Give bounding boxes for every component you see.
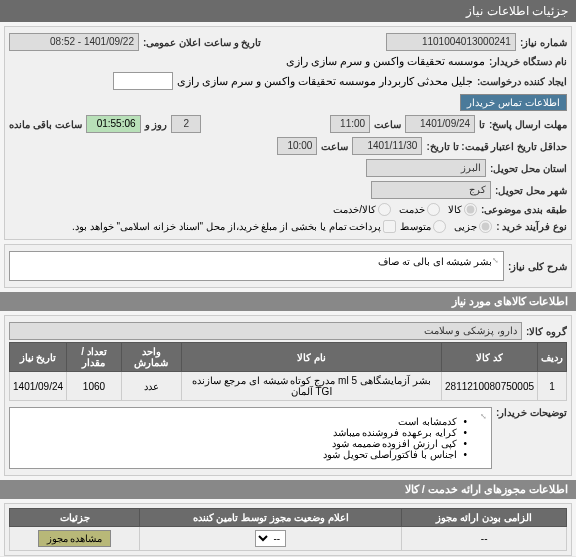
th-qty: تعداد / مقدار xyxy=(67,343,122,372)
lcell-details: مشاهده مجوز xyxy=(10,527,140,551)
th-idx: ردیف xyxy=(538,343,567,372)
category-radio-group: کالا خدمت کالا/خدمت xyxy=(333,203,477,216)
th-name: نام کالا xyxy=(181,343,441,372)
contact-buyer-button[interactable]: اطلاعات تماس خریدار xyxy=(460,94,567,111)
cell-unit: عدد xyxy=(121,372,181,401)
table-row: 1 2811210080750005 بشر آزمایشگاهی 5 ml م… xyxy=(10,372,567,401)
details-section: شماره نیاز: 1101004013000241 تاریخ و ساع… xyxy=(4,26,572,240)
goods-header: اطلاعات کالاهای مورد نیاز xyxy=(0,292,576,311)
credit-label: حداقل تاریخ اعتبار قیمت: تا تاریخ: xyxy=(426,141,567,152)
goods-group-label: گروه کالا: xyxy=(526,326,567,337)
goods-section: گروه کالا: دارو، پزشکی و سلامت ردیف کد ک… xyxy=(4,315,572,476)
days-label: روز و xyxy=(145,119,168,130)
requester-value: جلیل محدثی کاربردار موسسه تحقیقات واکسن … xyxy=(177,75,474,88)
announce-label: تاریخ و ساعت اعلان عمومی: xyxy=(143,37,261,48)
purchase-type-radio-group: جزیی متوسط xyxy=(400,220,492,233)
remain-time-field: 01:55:06 xyxy=(86,115,141,133)
pt-low-radio[interactable]: جزیی xyxy=(454,220,492,233)
view-license-button[interactable]: مشاهده مجوز xyxy=(38,530,112,547)
lth-mandatory: الزامی بودن ارائه مجوز xyxy=(402,509,567,527)
deadline-date-field: 1401/09/24 xyxy=(405,115,475,133)
pt-mid-radio[interactable]: متوسط xyxy=(400,220,446,233)
cell-idx: 1 xyxy=(538,372,567,401)
pt-note-checkbox[interactable]: پرداخت تمام یا بخشی از مبلغ خرید،از محل … xyxy=(72,220,396,233)
cell-name: بشر آزمایشگاهی 5 ml مدرج کوتاه شیشه ای م… xyxy=(181,372,441,401)
time-label-2: ساعت xyxy=(321,141,348,152)
list-item: کرایه برعهده فروشنده میباشد xyxy=(34,427,467,438)
need-desc-text: بشر شیشه ای بالی ته صاف xyxy=(378,256,492,267)
cat-service-radio[interactable]: خدمت xyxy=(399,203,440,216)
lth-details: جزئیات xyxy=(10,509,140,527)
purchase-type-label: نوع فرآیند خرید : xyxy=(496,221,567,232)
province-label: استان محل تحویل: xyxy=(490,163,567,174)
resize-handle-icon-2: ⤡ xyxy=(480,412,487,421)
license-header: اطلاعات مجوزهای ارائه خدمت / کالا xyxy=(0,480,576,499)
page-header: جزئیات اطلاعات نیاز xyxy=(0,0,576,22)
th-unit: واحد شمارش xyxy=(121,343,181,372)
goods-group-field: دارو، پزشکی و سلامت xyxy=(9,322,522,340)
list-item: اجناس با فاکتوراصلی تحویل شود xyxy=(34,449,467,460)
cat-goods-radio[interactable]: کالا xyxy=(448,203,477,216)
deadline-time-field: 11:00 xyxy=(330,115,370,133)
resize-handle-icon: ⤡ xyxy=(492,256,499,265)
lcell-status: -- xyxy=(140,527,402,551)
buyer-notes-box: ⤡ کدمشابه است کرایه برعهده فروشنده میباش… xyxy=(9,407,492,469)
days-field: 2 xyxy=(171,115,201,133)
license-row: -- -- مشاهده مجوز xyxy=(10,527,567,551)
requester-label: ایجاد کننده درخواست: xyxy=(477,76,567,87)
ta-label: تا xyxy=(479,119,485,130)
deadline-label: مهلت ارسال پاسخ: xyxy=(489,119,567,130)
lth-status: اعلام وضعیت مجوز توسط تامین کننده xyxy=(140,509,402,527)
th-date: تاریخ نیاز xyxy=(10,343,67,372)
category-label: طبقه بندی موضوعی: xyxy=(481,204,567,215)
remain-label: ساعت باقی مانده xyxy=(9,119,82,130)
announce-field: 1401/09/22 - 08:52 xyxy=(9,33,139,51)
th-code: کد کالا xyxy=(442,343,538,372)
cell-code: 2811210080750005 xyxy=(442,372,538,401)
lcell-mandatory: -- xyxy=(402,527,567,551)
buyer-notes-label: توضیحات خریدار: xyxy=(496,407,567,418)
cell-qty: 1060 xyxy=(67,372,122,401)
cat-both-radio[interactable]: کالا/خدمت xyxy=(333,203,391,216)
list-item: کدمشابه است xyxy=(34,416,467,427)
need-no-field: 1101004013000241 xyxy=(386,33,516,51)
city-field: کرج xyxy=(371,181,491,199)
need-desc-section: شرح کلی نیاز: ⤡ بشر شیشه ای بالی ته صاف xyxy=(4,244,572,288)
list-item: کپی ارزش افزوده ضمیمه شود xyxy=(34,438,467,449)
credit-date-field: 1401/11/30 xyxy=(352,137,422,155)
time-label-1: ساعت xyxy=(374,119,401,130)
need-desc-box: ⤡ بشر شیشه ای بالی ته صاف xyxy=(9,251,504,281)
goods-table: ردیف کد کالا نام کالا واحد شمارش تعداد /… xyxy=(9,342,567,401)
license-status-select[interactable]: -- xyxy=(255,530,286,547)
credit-time-field: 10:00 xyxy=(277,137,317,155)
buyer-notes-list: کدمشابه است کرایه برعهده فروشنده میباشد … xyxy=(14,412,487,464)
need-no-label: شماره نیاز: xyxy=(520,37,567,48)
city-label: شهر محل تحویل: xyxy=(495,185,567,196)
buyer-value: موسسه تحقیقات واکسن و سرم سازی رازی xyxy=(286,55,485,68)
cell-date: 1401/09/24 xyxy=(10,372,67,401)
license-section: الزامی بودن ارائه مجوز اعلام وضعیت مجوز … xyxy=(4,503,572,556)
buyer-label: نام دستگاه خریدار: xyxy=(489,56,567,67)
license-table: الزامی بودن ارائه مجوز اعلام وضعیت مجوز … xyxy=(9,508,567,551)
page-title: جزئیات اطلاعات نیاز xyxy=(466,4,568,18)
need-desc-label: شرح کلی نیاز: xyxy=(508,261,567,272)
province-field: البرز xyxy=(366,159,486,177)
requester-extra-field[interactable] xyxy=(113,72,173,90)
